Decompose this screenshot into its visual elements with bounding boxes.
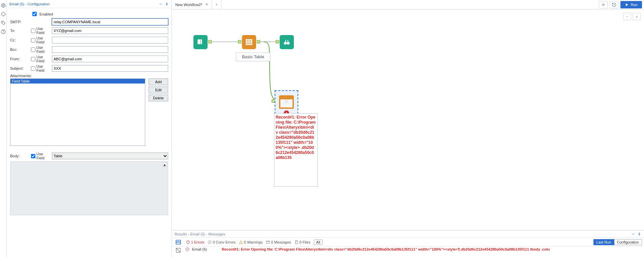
errors-filter[interactable]: 1 Errors [186,240,204,244]
input-tool[interactable] [193,35,208,49]
target-icon[interactable] [1,11,6,17]
to-label: To: [10,29,31,33]
subject-label: Subject: [10,66,31,70]
to-usefield[interactable]: Use Field [31,27,52,35]
messages-filter[interactable]: 0 Messages [266,240,291,244]
bcc-input[interactable] [52,46,168,53]
cc-usefield[interactable]: Use Field [31,36,52,44]
attachments-list[interactable]: Field:Table [10,78,145,146]
body-field-select[interactable]: Table [52,153,168,159]
pin-icon[interactable] [165,2,169,6]
cc-input[interactable] [52,37,168,43]
to-input[interactable] [52,27,168,34]
output-port[interactable] [257,40,260,43]
collapse-icon[interactable] [631,232,635,236]
smtp-label: SMTP: [10,20,31,24]
email-tool[interactable]: ! [275,90,298,114]
svg-rect-8 [176,240,181,244]
zoom-in-button[interactable]: ＋ [633,13,641,20]
cc-label: Cc: [10,38,31,42]
tab-label: New Workflow2* [175,3,203,7]
last-run-tab[interactable]: Last Run [593,239,614,245]
scroll-up-icon[interactable]: ▲ [162,162,167,167]
smtp-input[interactable] [52,19,168,25]
configuration-panel: Email (5) - Configuration Enabled SMTP: [7,0,172,257]
configuration-tab[interactable]: Configuration [614,239,642,245]
workflow-tab[interactable]: New Workflow2* ✕ [172,0,212,9]
warnings-filter[interactable]: 0 Warnings [239,240,263,244]
enabled-checkbox[interactable]: Enabled [31,11,53,17]
left-tool-rail [0,0,7,257]
svg-point-1 [1,12,5,16]
bcc-usefield[interactable]: Use Field [31,45,52,54]
more-icon[interactable] [599,1,608,8]
svg-point-6 [284,42,287,45]
add-button[interactable]: Add [149,78,168,85]
body-usefield[interactable]: Use Field [31,152,52,160]
config-title: Email (5) - Configuration [9,2,50,6]
input-port[interactable] [276,40,279,43]
message-source: Email (5) [192,247,219,251]
files-filter[interactable]: 0 Files [295,240,310,244]
tool-label: Basic Table [236,53,270,61]
subject-input[interactable] [52,65,168,72]
svg-point-0 [3,5,4,6]
results-title: Results - Email (5) - Messages [175,232,225,236]
tag-icon[interactable] [1,20,6,26]
results-panel: Results - Email (5) - Messages 1 Errors … [172,230,644,257]
close-icon[interactable]: ✕ [205,2,208,7]
pin-icon[interactable] [637,232,641,236]
run-button[interactable]: Run [620,1,642,8]
attachments-label: Attachments: [10,74,168,78]
svg-rect-12 [295,240,298,244]
svg-point-4 [3,33,3,33]
workflow-canvas[interactable]: − ＋ Basic Table [172,9,644,230]
svg-point-7 [287,42,290,45]
input-port[interactable] [238,40,241,43]
from-usefield[interactable]: Use Field [31,55,52,63]
error-annotation: Record#1: Error Opening file: C:\Program… [274,113,318,187]
results-row[interactable]: Email (5) Record#1: Error Opening file: … [172,247,644,257]
delete-button[interactable]: Delete [149,95,168,101]
workflow-tabbar: New Workflow2* ✕ ＋ Run [172,0,644,9]
body-label: Body: [10,154,31,158]
svg-point-10 [208,240,211,244]
collapse-icon[interactable] [159,2,163,6]
zoom-out-button[interactable]: − [623,13,631,20]
history-icon[interactable] [610,1,618,8]
output-view-icon[interactable] [174,247,183,253]
attachment-item[interactable]: Field:Table [10,79,145,84]
config-header: Email (5) - Configuration [7,0,172,8]
gear-icon[interactable] [1,3,6,8]
add-tab-button[interactable]: ＋ [212,0,221,9]
email-icon [279,95,294,109]
conv-errors-filter[interactable]: 0 Conv Errors [208,240,236,244]
edit-button[interactable]: Edit [149,87,168,93]
help-icon[interactable] [1,29,6,34]
error-icon [185,247,189,251]
body-editor[interactable]: ▲ [10,161,168,215]
from-input[interactable] [52,56,168,62]
svg-point-2 [2,22,2,22]
output-port[interactable] [208,40,212,43]
bcc-label: Bcc: [10,47,31,52]
all-filter[interactable]: All [314,239,323,245]
basic-table-tool[interactable] [242,35,256,49]
subject-usefield[interactable]: Use Field [31,64,52,72]
messages-view-icon[interactable] [174,239,183,245]
from-label: From: [10,57,31,61]
browse-tool[interactable] [280,35,294,49]
message-text: Record#1: Error Opening file: C:\Program… [222,247,642,251]
